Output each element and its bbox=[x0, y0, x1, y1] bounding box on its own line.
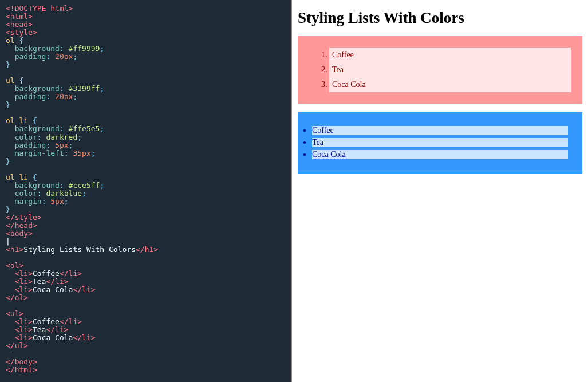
code-line[interactable]: <li>Coffee</li> bbox=[6, 318, 285, 326]
code-line[interactable]: <h1>Styling Lists With Colors</h1> bbox=[6, 246, 285, 254]
code-line[interactable]: </ol> bbox=[6, 294, 285, 302]
preview-heading: Styling Lists With Colors bbox=[298, 9, 582, 27]
code-line[interactable] bbox=[6, 302, 285, 310]
code-line[interactable]: <li>Tea</li> bbox=[6, 278, 285, 286]
code-line[interactable]: <li>Coca Cola</li> bbox=[6, 286, 285, 294]
code-editor-pane[interactable]: <!DOCTYPE html><html><head><style>ol { b… bbox=[0, 0, 292, 382]
code-line[interactable]: <style> bbox=[6, 29, 285, 37]
code-line[interactable]: <!DOCTYPE html> bbox=[6, 5, 285, 13]
code-line[interactable] bbox=[6, 350, 285, 358]
list-item: Coca Cola bbox=[312, 150, 568, 159]
code-line[interactable]: </style> bbox=[6, 214, 285, 222]
code-line[interactable]: } bbox=[6, 101, 285, 109]
code-line[interactable]: background: #cce5ff; bbox=[6, 182, 285, 190]
code-line[interactable]: } bbox=[6, 61, 285, 69]
code-line[interactable]: <html> bbox=[6, 13, 285, 21]
code-line[interactable]: } bbox=[6, 206, 285, 214]
code-line[interactable]: </head> bbox=[6, 222, 285, 230]
code-line[interactable]: <body> bbox=[6, 230, 285, 238]
list-item: Tea bbox=[329, 62, 571, 77]
code-line[interactable]: background: #ff9999; bbox=[6, 45, 285, 53]
code-line[interactable]: background: #3399ff; bbox=[6, 85, 285, 93]
code-line[interactable]: <li>Coffee</li> bbox=[6, 270, 285, 278]
code-line[interactable] bbox=[6, 166, 285, 174]
code-line[interactable]: ul { bbox=[6, 77, 285, 85]
code-line[interactable]: </ul> bbox=[6, 342, 285, 350]
list-item: Coffee bbox=[329, 48, 571, 62]
code-line[interactable] bbox=[6, 254, 285, 262]
code-line[interactable]: color: darkblue; bbox=[6, 190, 285, 198]
code-line[interactable]: </body> bbox=[6, 358, 285, 366]
ordered-list: CoffeeTeaCoca Cola bbox=[298, 36, 582, 104]
unordered-list: CoffeeTeaCoca Cola bbox=[298, 112, 582, 174]
code-line[interactable]: <li>Coca Cola</li> bbox=[6, 334, 285, 342]
code-line[interactable]: </html> bbox=[6, 366, 285, 374]
code-line[interactable]: | bbox=[6, 238, 285, 246]
code-line[interactable]: background: #ffe5e5; bbox=[6, 125, 285, 133]
code-line[interactable]: color: darkred; bbox=[6, 133, 285, 141]
code-line[interactable]: ol { bbox=[6, 37, 285, 45]
list-item: Tea bbox=[312, 138, 568, 147]
code-line[interactable]: <ol> bbox=[6, 262, 285, 270]
code-line[interactable]: <li>Tea</li> bbox=[6, 326, 285, 334]
code-line[interactable]: margin: 5px; bbox=[6, 198, 285, 206]
code-line[interactable]: ul li { bbox=[6, 174, 285, 182]
code-line[interactable] bbox=[6, 109, 285, 117]
app-container: <!DOCTYPE html><html><head><style>ol { b… bbox=[0, 0, 588, 382]
code-line[interactable]: padding: 20px; bbox=[6, 93, 285, 101]
code-line[interactable]: ol li { bbox=[6, 117, 285, 125]
code-line[interactable]: <head> bbox=[6, 21, 285, 29]
list-item: Coca Cola bbox=[329, 77, 571, 92]
code-line[interactable]: padding: 20px; bbox=[6, 53, 285, 61]
code-line[interactable] bbox=[6, 69, 285, 77]
code-line[interactable]: padding: 5px; bbox=[6, 141, 285, 149]
code-line[interactable]: } bbox=[6, 157, 285, 166]
list-item: Coffee bbox=[312, 126, 568, 135]
code-line[interactable]: margin-left: 35px; bbox=[6, 149, 285, 157]
preview-pane: Styling Lists With Colors CoffeeTeaCoca … bbox=[292, 0, 588, 382]
code-line[interactable]: <ul> bbox=[6, 310, 285, 318]
